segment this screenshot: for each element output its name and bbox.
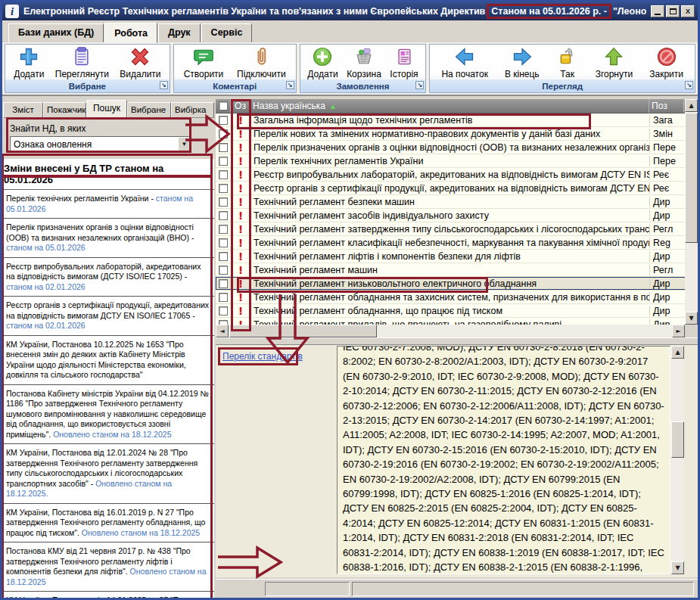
sidebar-tab[interactable]: Вибірка xyxy=(171,102,214,118)
go-start-button[interactable]: На початок xyxy=(441,45,488,79)
detail-vertical-scrollbar[interactable]: ▲ ▼ xyxy=(671,346,684,574)
sidebar-tab[interactable]: Вибране xyxy=(127,102,171,118)
row-checkbox[interactable] xyxy=(216,184,231,193)
update-filter-value: Ознака оновлення xyxy=(11,137,178,151)
changes-list-item[interactable]: Реєстр органів з сертифікації продукції,… xyxy=(2,297,214,336)
scroll-down-icon[interactable]: ▼ xyxy=(685,312,698,325)
table-row[interactable]: !Технічний регламент класифікації небезп… xyxy=(216,236,698,250)
changes-list-item[interactable]: Постанова Кабінету міністрів України від… xyxy=(2,385,214,445)
row-checkbox[interactable] xyxy=(216,143,231,152)
add-order-button[interactable]: Додати xyxy=(307,45,338,79)
row-checkbox[interactable] xyxy=(216,266,231,275)
scroll-down-icon[interactable]: ▼ xyxy=(671,561,684,574)
update-date-link[interactable]: станом на 05.01.2026 xyxy=(6,243,86,252)
ribbon-tab[interactable]: Сервіс xyxy=(201,23,253,42)
table-row[interactable]: !Технічний регламент машинРегл xyxy=(216,263,698,277)
sidebar-tab[interactable]: Покажчик xyxy=(43,102,86,118)
ribbon-tab[interactable]: Бази даних (БД) xyxy=(8,23,104,42)
table-row[interactable]: !Технічний регламент обладнання, що прац… xyxy=(216,304,698,318)
row-checkbox[interactable] xyxy=(216,170,231,179)
scroll-up-icon[interactable]: ▲ xyxy=(685,99,698,112)
standards-list-link[interactable]: Перелік стандартів xyxy=(222,351,303,362)
update-date-link[interactable]: станом на 02.01.2026 xyxy=(6,321,86,330)
group-expander-icon[interactable]: ↘ xyxy=(685,81,693,89)
table-row[interactable]: !Перелік призначених органів з оцінки ві… xyxy=(216,141,698,154)
table-row[interactable]: !Реєстр органів з сертифікації продукції… xyxy=(216,182,698,195)
table-row[interactable]: !Загальна інформація щодо технічних регл… xyxy=(216,113,698,127)
changes-list-item[interactable]: Перелік призначених органів з оцінки від… xyxy=(2,219,214,258)
close-button[interactable]: X xyxy=(681,5,695,17)
header-name-column[interactable]: Назва українська▲ xyxy=(250,99,649,113)
update-date-link[interactable]: Оновлено станом на 18.12.2025 xyxy=(82,528,200,537)
header-checkbox[interactable] xyxy=(216,99,231,113)
go-end-button[interactable]: В кінець xyxy=(505,45,540,79)
row-checkbox[interactable] xyxy=(216,129,231,138)
table-row[interactable]: !Технічний регламент затвердження типу с… xyxy=(216,222,698,236)
header-mark-column[interactable]: Оз xyxy=(231,99,250,113)
table-row[interactable]: !Технічний регламент ліфтів і компоненті… xyxy=(216,250,698,263)
standards-text-area[interactable]: IEC 60730-2-7:2008, MOD); ДСТУ EN 60730-… xyxy=(337,346,670,574)
table-row[interactable]: !Технічний регламент низьковольтного еле… xyxy=(216,277,698,291)
update-mark-icon: ! xyxy=(231,114,250,126)
scroll-up-icon[interactable]: ▲ xyxy=(671,346,684,359)
table-vertical-scrollbar[interactable]: ▲ ▼ xyxy=(685,99,698,325)
row-checkbox[interactable] xyxy=(216,225,231,234)
changes-list-item[interactable]: Постанова КМУ від 21 червня 2017 р. № 43… xyxy=(2,542,214,592)
sidebar-tab[interactable]: Зміст xyxy=(3,102,43,118)
group-expander-icon[interactable]: ↘ xyxy=(160,81,168,89)
row-checkbox[interactable] xyxy=(216,306,231,316)
changes-list-item[interactable]: КМ України, Постанова від 12.01.2024 № 2… xyxy=(2,444,214,504)
changes-list-item[interactable]: КМ України, Постанова від 14.01.2025 № 2… xyxy=(2,592,214,598)
header-pos-column[interactable]: Поз xyxy=(649,99,684,113)
view-favorite-button[interactable]: Переглянути xyxy=(55,45,109,79)
scroll-right-icon[interactable]: ► xyxy=(672,325,685,337)
row-checkbox[interactable] xyxy=(216,211,231,220)
ribbon-tab[interactable]: Робота xyxy=(104,23,157,43)
table-row[interactable]: !Перелік технічних регламентів УкраїниПе… xyxy=(216,154,698,168)
scrollbar-corner xyxy=(685,325,698,337)
table-row[interactable]: !Технічний регламент безпеки машинДир xyxy=(216,195,698,209)
row-checkbox[interactable] xyxy=(216,157,231,166)
row-checkbox[interactable] xyxy=(216,252,231,261)
yes-button[interactable]: Так xyxy=(556,45,579,79)
row-checkbox[interactable] xyxy=(216,293,231,302)
row-checkbox[interactable] xyxy=(216,279,231,288)
add-favorite-button[interactable]: Додати xyxy=(14,45,44,79)
changes-list-item[interactable]: Перелік технічних регламентів України - … xyxy=(2,190,214,219)
sidebar-tab[interactable]: Пошук xyxy=(86,100,127,118)
table-row[interactable]: !Технічний регламент приладів, що працюю… xyxy=(216,318,698,325)
row-checkbox[interactable] xyxy=(216,238,231,247)
create-comment-button[interactable]: Створити xyxy=(184,45,224,79)
changes-list-item[interactable]: КМ України, Постанова від 16.01.2019 р. … xyxy=(2,504,214,543)
delete-favorite-button[interactable]: Видалити xyxy=(120,45,160,79)
collapse-button[interactable]: Згорнути xyxy=(596,45,633,79)
table-row[interactable]: !Реєстр випробувальних лабораторій, акре… xyxy=(216,168,698,182)
table-row[interactable]: !Технічний регламент засобів індивідуаль… xyxy=(216,209,698,222)
table-row[interactable]: !Перелік нових та змінених нормативно-пр… xyxy=(216,127,698,141)
table-row[interactable]: !Технічний регламент обладнання та захис… xyxy=(216,291,698,304)
close-view-button[interactable]: Закрити xyxy=(649,45,683,79)
basket-button[interactable]: Корзина xyxy=(347,45,381,79)
chevron-down-icon[interactable]: ▼ xyxy=(178,137,191,151)
maximize-button[interactable] xyxy=(666,5,680,17)
history-button[interactable]: Історія xyxy=(390,45,418,79)
update-date-link[interactable]: Оновлено станом на 18.12.2025 xyxy=(53,430,171,439)
row-checkbox[interactable] xyxy=(216,116,231,125)
changes-list-item[interactable]: КМ України, Постанова 10.12.2025 № 1653 … xyxy=(2,336,214,385)
minimize-button[interactable] xyxy=(651,5,664,17)
scrollbar-thumb[interactable] xyxy=(685,113,698,243)
row-checkbox[interactable] xyxy=(216,197,231,207)
changes-list-item[interactable]: Реєстр випробувальних лабораторій, акред… xyxy=(2,258,214,297)
group-expander-icon[interactable]: ↘ xyxy=(415,81,424,89)
ribbon-tab[interactable]: Друк xyxy=(158,23,201,42)
group-caption: Замовлення↘ xyxy=(300,79,426,92)
scrollbar-thumb[interactable] xyxy=(229,325,377,337)
group-expander-icon[interactable]: ↘ xyxy=(286,81,294,89)
scroll-left-icon[interactable]: ◄ xyxy=(216,325,229,337)
update-date-link[interactable]: станом на 02.01.2026 xyxy=(6,282,86,291)
scrollbar-thumb[interactable] xyxy=(671,421,684,458)
table-horizontal-scrollbar[interactable]: ◄ ► xyxy=(216,325,685,337)
panel-splitter[interactable] xyxy=(216,337,698,345)
update-filter-select[interactable]: Ознака оновлення ▼ xyxy=(10,136,191,152)
attach-comment-button[interactable]: Підключити xyxy=(237,45,286,79)
